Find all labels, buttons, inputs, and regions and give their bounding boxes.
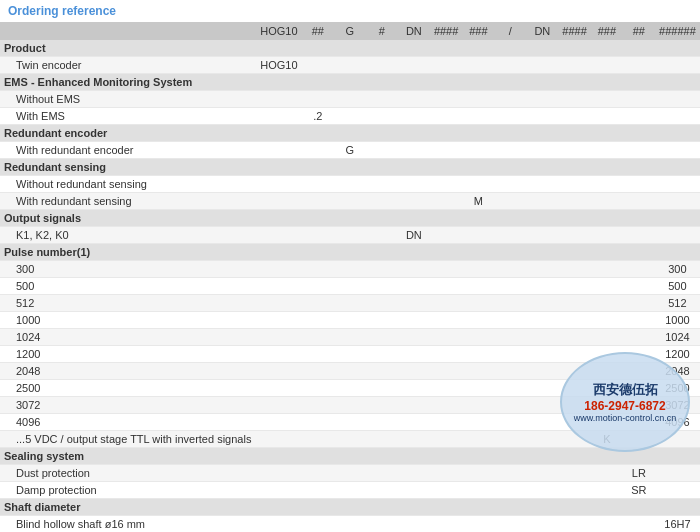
table-cell — [591, 91, 623, 108]
table-cell — [623, 159, 655, 176]
table-cell — [462, 125, 494, 142]
row-label: ...5 VDC / output stage TTL with inverte… — [0, 431, 256, 448]
table-cell: 16H7 — [655, 516, 700, 533]
table-cell — [655, 125, 700, 142]
section-row: Redundant sensing — [0, 159, 700, 176]
table-cell — [302, 125, 334, 142]
table-cell — [334, 227, 366, 244]
table-cell — [494, 210, 526, 227]
table-cell — [398, 414, 430, 431]
table-cell — [430, 74, 462, 91]
table-cell — [623, 329, 655, 346]
table-cell: 512 — [655, 295, 700, 312]
table-cell — [623, 312, 655, 329]
table-cell — [462, 244, 494, 261]
table-cell — [655, 91, 700, 108]
table-cell — [623, 210, 655, 227]
table-cell — [366, 176, 398, 193]
table-cell — [398, 397, 430, 414]
table-cell — [398, 142, 430, 159]
section-label: Redundant sensing — [0, 159, 256, 176]
table-cell — [462, 482, 494, 499]
table-row: With redundant sensingM — [0, 193, 700, 210]
section-row: Sealing system — [0, 448, 700, 465]
table-cell — [655, 465, 700, 482]
table-cell — [462, 278, 494, 295]
row-label: 1200 — [0, 346, 256, 363]
table-cell — [366, 227, 398, 244]
table-cell — [655, 210, 700, 227]
section-label: Redundant encoder — [0, 125, 256, 142]
col-header-hog: HOG10 — [256, 22, 302, 40]
table-cell — [462, 329, 494, 346]
table-cell — [494, 91, 526, 108]
col-header-dn2: DN — [526, 22, 558, 40]
table-cell — [398, 261, 430, 278]
table-cell — [494, 312, 526, 329]
table-cell — [558, 482, 590, 499]
table-cell — [462, 57, 494, 74]
table-cell — [462, 465, 494, 482]
table-cell — [591, 499, 623, 516]
table-cell — [494, 244, 526, 261]
table-cell — [526, 91, 558, 108]
table-cell — [526, 346, 558, 363]
table-cell — [334, 159, 366, 176]
table-cell — [334, 448, 366, 465]
table-cell — [302, 516, 334, 533]
table-cell — [591, 261, 623, 278]
table-row: 10241024 — [0, 329, 700, 346]
table-cell — [430, 176, 462, 193]
table-row: Without EMS — [0, 91, 700, 108]
table-cell — [430, 516, 462, 533]
table-cell — [302, 261, 334, 278]
table-cell — [256, 346, 302, 363]
table-cell — [558, 193, 590, 210]
table-cell — [558, 159, 590, 176]
table-cell — [430, 414, 462, 431]
table-cell — [302, 244, 334, 261]
table-cell — [494, 431, 526, 448]
row-label: K1, K2, K0 — [0, 227, 256, 244]
table-cell — [256, 499, 302, 516]
table-cell — [256, 108, 302, 125]
table-cell — [256, 244, 302, 261]
table-row: Twin encoderHOG10 — [0, 57, 700, 74]
table-cell — [430, 125, 462, 142]
table-cell — [334, 91, 366, 108]
table-cell — [256, 482, 302, 499]
table-cell — [494, 40, 526, 57]
table-cell — [256, 91, 302, 108]
table-cell — [558, 278, 590, 295]
table-cell — [558, 295, 590, 312]
row-label: 1000 — [0, 312, 256, 329]
table-cell — [558, 244, 590, 261]
table-cell — [494, 278, 526, 295]
table-cell — [430, 261, 462, 278]
table-cell — [334, 346, 366, 363]
table-cell — [334, 397, 366, 414]
section-label: Pulse number(1) — [0, 244, 256, 261]
table-cell — [398, 329, 430, 346]
table-cell — [623, 278, 655, 295]
table-cell — [494, 380, 526, 397]
page-container: Ordering reference HOG10 ## G # DN #### … — [0, 0, 700, 532]
table-cell — [366, 516, 398, 533]
table-cell — [366, 414, 398, 431]
table-cell — [494, 159, 526, 176]
table-cell — [526, 397, 558, 414]
table-cell — [334, 176, 366, 193]
table-cell — [256, 295, 302, 312]
row-label: 2048 — [0, 363, 256, 380]
table-cell — [302, 278, 334, 295]
table-cell — [623, 125, 655, 142]
table-cell — [256, 176, 302, 193]
table-cell: 300 — [655, 261, 700, 278]
table-cell — [366, 448, 398, 465]
table-cell: M — [462, 193, 494, 210]
table-cell — [334, 516, 366, 533]
table-cell — [366, 465, 398, 482]
row-label: 3072 — [0, 397, 256, 414]
table-cell — [302, 414, 334, 431]
table-cell — [256, 465, 302, 482]
